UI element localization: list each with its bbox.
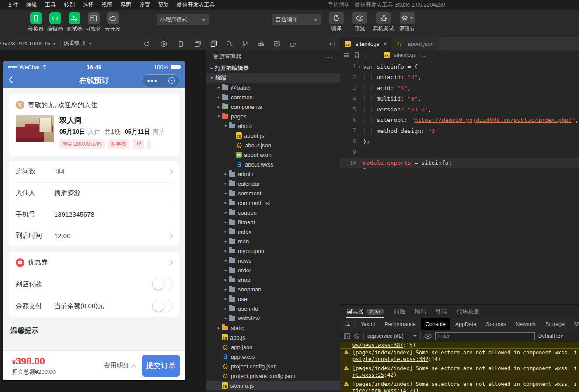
devtools-tab-Me[interactable]: Me — [569, 318, 579, 330]
log-level-selector[interactable]: Default lev — [538, 333, 563, 339]
devtools-tab-Network[interactable]: Network — [511, 318, 541, 330]
twisty-icon[interactable]: ▸ — [216, 95, 222, 99]
tree-item-about.js[interactable]: JSabout.js — [206, 131, 340, 140]
tree-item-news[interactable]: ▸news — [206, 256, 340, 265]
tree-item-order[interactable]: ▸order — [206, 265, 340, 275]
forward-arrow-icon[interactable]: → — [373, 52, 379, 59]
twisty-icon[interactable]: ▸ — [223, 287, 229, 291]
inspect-element-icon[interactable] — [340, 321, 355, 327]
twisty-icon[interactable]: ▸ — [223, 278, 229, 282]
tree-item-about[interactable]: ▾about — [206, 121, 340, 131]
tree-item-mycoupon[interactable]: ▸mycoupon — [206, 246, 340, 256]
twisty-icon[interactable]: ▸ — [223, 297, 229, 301]
tree-item-common[interactable]: ▸common — [206, 92, 340, 102]
clear-console-icon[interactable] — [354, 333, 360, 339]
extensions-icon[interactable] — [258, 40, 265, 47]
twisty-icon[interactable]: ▸ — [216, 104, 222, 109]
tree-item-coupon[interactable]: ▸coupon — [206, 208, 340, 217]
tree-item-project.private.config.json[interactable]: {..}project.private.config.json — [206, 371, 340, 381]
console-filter-input[interactable] — [435, 332, 535, 340]
tree-item-admin[interactable]: ▸admin — [206, 169, 340, 179]
close-icon[interactable]: × — [384, 41, 387, 47]
tree-item-project.config.json[interactable]: {..}project.config.json — [206, 361, 340, 371]
coupon-row[interactable]: 优惠券 — [9, 252, 179, 273]
tree-item-打开的编辑器[interactable]: ▸打开的编辑器 — [206, 63, 340, 73]
form-row-3[interactable]: 到店时间 12:00 — [9, 225, 179, 246]
form-row-0[interactable]: 房间数 1间 — [9, 161, 179, 182]
twisty-icon[interactable]: ▸ — [223, 220, 229, 224]
tree-item-fitment[interactable]: ▸fitment — [206, 217, 340, 227]
more-icon[interactable]: ●●● — [147, 79, 157, 83]
tree-item-about.wxss[interactable]: ∃about.wxss — [206, 160, 340, 169]
debugger-button[interactable]: 调试器 — [66, 12, 83, 33]
outline-icon[interactable] — [344, 52, 350, 58]
devtools-tab-Wxml[interactable]: Wxml — [356, 318, 380, 330]
menu-item-3[interactable]: 转到 — [60, 2, 79, 8]
devtools-tab-Storage[interactable]: Storage — [541, 318, 569, 330]
toggle-switch[interactable] — [152, 300, 173, 312]
bookmark-icon[interactable] — [354, 52, 359, 58]
menu-item-1[interactable]: 编辑 — [22, 2, 41, 8]
twisty-icon[interactable]: ▸ — [223, 229, 229, 234]
tea-icon[interactable] — [289, 41, 296, 47]
twisty-icon[interactable]: ▸ — [223, 306, 229, 311]
menu-item-2[interactable]: 工具 — [41, 2, 60, 8]
cloud-button[interactable]: 云开发 — [104, 12, 122, 33]
devtools-tab-Performance[interactable]: Performance — [380, 318, 421, 330]
tree-item-components[interactable]: ▸components — [206, 102, 340, 111]
tree-item-calendar[interactable]: ▸calendar — [206, 179, 340, 188]
menu-item-5[interactable]: 视图 — [98, 2, 116, 8]
twisty-icon[interactable]: ▸ — [223, 239, 229, 243]
more-actions-icon[interactable]: ··· — [326, 54, 333, 60]
tree-item-pages[interactable]: ▾pages — [206, 111, 340, 121]
debugger-tab-问题[interactable]: 问题 — [394, 305, 405, 318]
editor-button[interactable]: 编辑器 — [46, 12, 64, 33]
tree-item-前端[interactable]: ▾前端 — [206, 73, 340, 83]
tree-item-man[interactable]: ▸man — [206, 236, 340, 246]
tree-item-shopman[interactable]: ▸shopman — [206, 284, 340, 294]
editor-tab-about.json[interactable]: {..}about.json — [391, 37, 438, 50]
twisty-icon[interactable]: ▾ — [209, 76, 215, 80]
capsule-menu[interactable]: ●●● — [142, 74, 180, 87]
context-selector[interactable]: appservice (#2) — [367, 333, 417, 339]
devtools-tab-Sources[interactable]: Sources — [481, 318, 511, 330]
tree-item-comment[interactable]: ▸comment — [206, 188, 340, 198]
back-button[interactable] — [9, 76, 16, 83]
tree-item-about.json[interactable]: {..}about.json — [206, 140, 340, 150]
twisty-icon[interactable]: ▸ — [223, 181, 229, 186]
tree-item-app.json[interactable]: {..}app.json — [206, 342, 340, 352]
tree-item-commentList[interactable]: ▸commentList — [206, 198, 340, 208]
tree-item-user[interactable]: ▸user — [206, 294, 340, 304]
tree-item-webview[interactable]: ▸webview — [206, 313, 340, 323]
hot-reload-toggle[interactable]: 热重载 开 — [63, 40, 92, 47]
twisty-icon[interactable]: ▸ — [216, 326, 222, 330]
console-sidebar-icon[interactable] — [344, 333, 350, 339]
search-icon[interactable] — [226, 40, 233, 47]
files-icon[interactable] — [210, 40, 217, 47]
twisty-icon[interactable]: ▸ — [209, 66, 215, 70]
menu-item-6[interactable]: 界面 — [116, 2, 135, 8]
breadcrumb-file[interactable]: siteinfo.js — [394, 52, 416, 58]
twisty-icon[interactable]: ▸ — [223, 191, 229, 195]
mode-dropdown[interactable]: 小程序模式 — [157, 14, 209, 25]
breadcrumb-rest[interactable]: ... — [422, 52, 426, 58]
stop-icon[interactable] — [160, 41, 167, 47]
preview-button[interactable]: 预览 — [350, 12, 370, 32]
phone-view-icon[interactable] — [178, 41, 184, 47]
collapse-sidebar-icon[interactable] — [329, 41, 335, 47]
device-selector[interactable]: e 6/7/8 Plus 100% 16 — [0, 41, 56, 47]
tree-item-app.js[interactable]: JSapp.js — [206, 333, 340, 342]
menu-item-4[interactable]: 选择 — [79, 2, 98, 8]
tree-item-index[interactable]: ▸index — [206, 227, 340, 236]
twisty-icon[interactable]: ▸ — [223, 172, 229, 176]
code-editor[interactable]: 1 ∨ var siteinfo = { 2 │ │ uniacid: "4",… — [340, 60, 579, 304]
form-row-2[interactable]: 手机号 13912345678 — [9, 204, 179, 225]
tree-item-@babel[interactable]: ▸@babel — [206, 83, 340, 92]
twisty-icon[interactable]: ▸ — [223, 316, 229, 320]
tree-item-siteinfo.js[interactable]: JSsiteinfo.js — [206, 381, 340, 390]
restart-icon[interactable] — [143, 41, 150, 47]
submit-order-button[interactable]: 提交订单 — [142, 355, 180, 377]
debugger-tab-终端[interactable]: 终端 — [436, 305, 447, 318]
devtools-tab-Console[interactable]: Console — [421, 318, 450, 330]
back-arrow-icon[interactable]: ← — [363, 52, 369, 59]
